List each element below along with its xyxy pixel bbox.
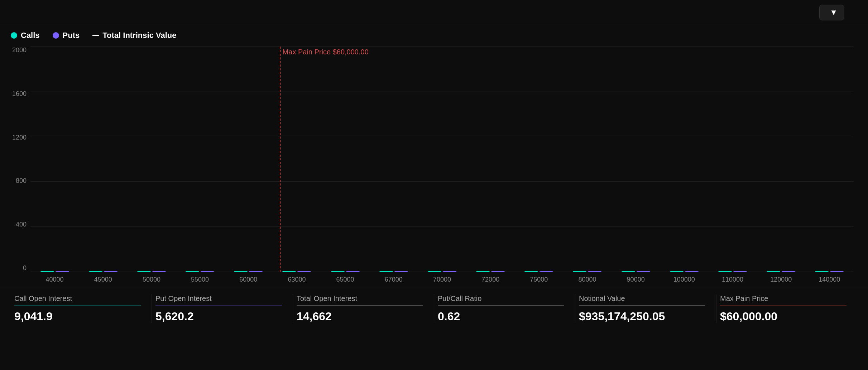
call-bar	[89, 271, 102, 272]
put-bar	[201, 271, 214, 272]
intrinsic-label: Total Intrinsic Value	[102, 31, 176, 40]
x-label: 45000	[79, 276, 127, 283]
stat-label: Call Open Interest	[14, 294, 141, 303]
call-bar	[573, 271, 586, 272]
put-bar	[443, 271, 456, 272]
stat-label: Put Open Interest	[155, 294, 282, 303]
x-label: 65000	[321, 276, 369, 283]
put-bar	[782, 271, 795, 272]
stat-value: $935,174,250.05	[579, 310, 705, 323]
put-bar	[346, 271, 360, 272]
x-label: 67000	[369, 276, 418, 283]
chart-container: 0 400 800 1200 1600 2000 Max Pain Price …	[11, 47, 857, 286]
stat-value: 9,041.9	[14, 310, 141, 323]
bar-group	[30, 271, 79, 272]
put-bar	[830, 271, 844, 272]
x-axis: 4000045000500005500060000630006500067000…	[30, 273, 854, 286]
x-label: 72000	[466, 276, 515, 283]
stats-bar: Call Open Interest9,041.9Put Open Intere…	[0, 288, 868, 323]
x-label: 70000	[418, 276, 466, 283]
chart-area: 0 400 800 1200 1600 2000 Max Pain Price …	[0, 43, 868, 286]
call-bar	[137, 271, 151, 272]
bars-area	[30, 47, 854, 272]
x-label: 90000	[612, 276, 660, 283]
stat-item: Put Open Interest5,620.2	[152, 294, 293, 323]
bar-group	[369, 271, 418, 272]
put-bar	[249, 271, 263, 272]
header: ▼	[0, 0, 868, 25]
stat-item: Max Pain Price$60,000.00	[716, 294, 857, 323]
call-bar	[815, 271, 829, 272]
put-bar	[685, 271, 699, 272]
call-bar	[718, 271, 732, 272]
stat-item: Total Open Interest14,662	[293, 294, 434, 323]
bar-group	[612, 271, 660, 272]
stat-value: 5,620.2	[155, 310, 282, 323]
chart-legend: Calls Puts Total Intrinsic Value	[0, 25, 868, 43]
date-selector[interactable]: ▼	[819, 5, 844, 20]
put-bar	[394, 271, 408, 272]
stat-underline	[438, 306, 564, 306]
stat-label: Max Pain Price	[720, 294, 847, 303]
x-label: 40000	[30, 276, 79, 283]
chevron-down-icon: ▼	[830, 8, 838, 17]
stat-value: 14,662	[297, 310, 423, 323]
call-bar	[40, 271, 54, 272]
put-bar	[539, 271, 553, 272]
x-label: 63000	[273, 276, 321, 283]
x-label: 55000	[176, 276, 224, 283]
call-bar	[282, 271, 296, 272]
call-bar	[476, 271, 490, 272]
stat-item: Put/Call Ratio0.62	[434, 294, 575, 323]
x-label: 50000	[127, 276, 176, 283]
legend-puts: Puts	[53, 31, 80, 40]
put-bar	[733, 271, 747, 272]
call-bar	[670, 271, 684, 272]
put-bar	[588, 271, 601, 272]
stat-underline	[297, 306, 423, 306]
stat-item: Notional Value$935,174,250.05	[575, 294, 716, 323]
bar-group	[224, 271, 273, 272]
y-axis: 0 400 800 1200 1600 2000	[11, 47, 29, 272]
intrinsic-dash-icon	[92, 35, 99, 36]
put-bar	[56, 271, 69, 272]
bar-group	[176, 271, 224, 272]
call-bar	[767, 271, 780, 272]
header-controls: ▼	[819, 5, 857, 20]
stat-value: $60,000.00	[720, 310, 847, 323]
bar-group	[757, 271, 805, 272]
calls-label: Calls	[21, 31, 40, 40]
stat-item: Call Open Interest9,041.9	[11, 294, 152, 323]
puts-label: Puts	[63, 31, 80, 40]
bar-group	[127, 271, 176, 272]
put-bar	[104, 271, 118, 272]
call-bar	[379, 271, 393, 272]
bar-group	[321, 271, 369, 272]
x-label: 75000	[515, 276, 563, 283]
stat-label: Notional Value	[579, 294, 705, 303]
bar-group	[805, 271, 854, 272]
x-label: 120000	[757, 276, 805, 283]
stat-underline	[720, 306, 847, 306]
bar-group	[273, 271, 321, 272]
x-label: 110000	[708, 276, 757, 283]
bar-group	[79, 271, 127, 272]
bar-group	[660, 271, 708, 272]
x-label: 80000	[563, 276, 612, 283]
puts-dot-icon	[53, 32, 59, 39]
bar-group	[418, 271, 466, 272]
put-bar	[152, 271, 166, 272]
stat-label: Put/Call Ratio	[438, 294, 564, 303]
stat-underline	[155, 306, 282, 306]
x-label: 140000	[805, 276, 854, 283]
x-label: 60000	[224, 276, 273, 283]
bar-group	[515, 271, 563, 272]
call-bar	[622, 271, 635, 272]
call-bar	[234, 271, 248, 272]
legend-total-intrinsic: Total Intrinsic Value	[92, 31, 176, 40]
bar-group	[563, 271, 612, 272]
legend-calls: Calls	[11, 31, 40, 40]
more-options-button[interactable]	[850, 11, 857, 14]
bar-group	[466, 271, 515, 272]
stat-underline	[14, 306, 141, 306]
